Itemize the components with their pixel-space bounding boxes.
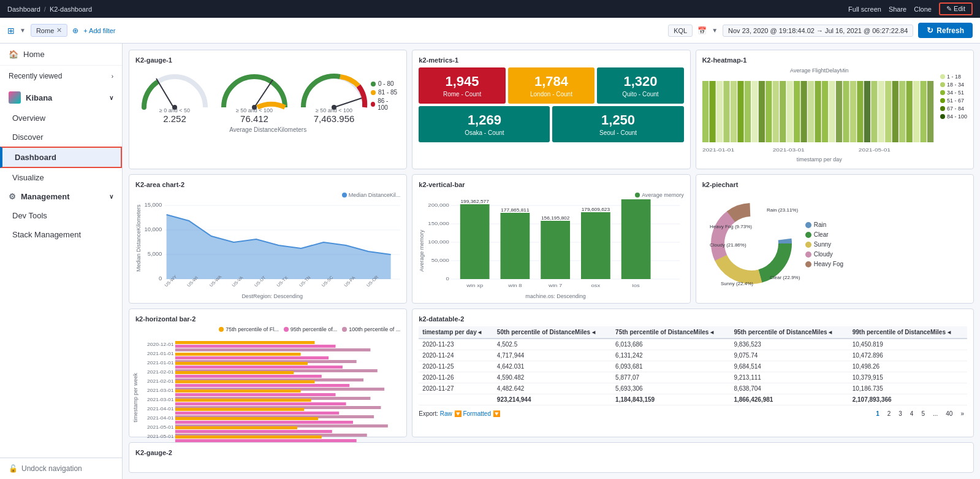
pie-legend-cloudy: Cloudy <box>805 251 843 258</box>
rome-filter-badge[interactable]: Rome ✕ <box>31 24 67 37</box>
filter-bar: ⊞ ▼ Rome ✕ ⊕ + Add filter KQL 📅 ▼ Nov 23… <box>0 18 980 44</box>
legend-label-1: 0 - 80 <box>378 80 394 87</box>
top-nav-actions: Full screen Share Clone ✎ Edit <box>848 2 973 15</box>
cell-p75-5: 5,693,306 <box>612 383 730 394</box>
svg-rect-122 <box>175 384 349 387</box>
cell-p50-4: 4,590.482 <box>493 372 612 383</box>
sidebar-item-discover[interactable]: Discover <box>0 128 122 147</box>
svg-rect-32 <box>885 81 891 142</box>
unlock-label: Undock navigation <box>21 464 82 473</box>
page-3[interactable]: 3 <box>895 409 905 418</box>
horizbar-dot-1 <box>219 327 224 332</box>
sidebar-item-visualize[interactable]: Visualize <box>0 168 122 187</box>
vertbar-legend: Average memory <box>427 192 683 198</box>
svg-text:2020-12-01: 2020-12-01 <box>147 342 174 347</box>
svg-rect-112 <box>175 353 301 356</box>
pie-dot-heavyfog <box>805 261 811 267</box>
pie-legend-heavyfog: Heavy Fog <box>805 261 843 267</box>
page-4[interactable]: 4 <box>907 409 917 418</box>
heatmap-chart-area: Average FlightDelayMin heatmap placehold… <box>702 67 936 163</box>
svg-rect-15 <box>765 81 772 142</box>
metric-london-label: London - Count <box>513 91 590 98</box>
management-label: Management <box>21 192 69 201</box>
remove-filter-icon[interactable]: ✕ <box>56 26 62 34</box>
col-header-3[interactable]: 75th percentile of DistanceMiles ◂ <box>612 326 730 339</box>
page-2[interactable]: 2 <box>884 409 894 418</box>
unlock-nav[interactable]: 🔓 Undock navigation <box>0 458 122 479</box>
col-header-1[interactable]: timestamp per day ◂ <box>419 326 493 339</box>
clone-link[interactable]: Clone <box>914 6 932 13</box>
gauge1-svg <box>138 67 211 110</box>
pie-legend-sunny: Sunny <box>805 241 843 248</box>
add-filter-button[interactable]: + Add filter <box>83 27 115 34</box>
svg-rect-70 <box>460 204 490 279</box>
svg-rect-127 <box>175 399 311 402</box>
col-header-5[interactable]: 99th percentile of DistanceMiles ◂ <box>849 326 967 339</box>
breadcrumb-separator: / <box>44 6 46 13</box>
breadcrumb-k2[interactable]: K2-dashboard <box>50 6 92 13</box>
kql-badge[interactable]: KQL <box>668 25 693 37</box>
cell-total-p75: 1,184,843,159 <box>612 394 730 405</box>
page-40[interactable]: 40 <box>943 409 955 418</box>
chevron-down-icon2[interactable]: ▼ <box>712 27 718 34</box>
fullscreen-link[interactable]: Full screen <box>848 6 881 13</box>
page-next[interactable]: » <box>957 409 967 418</box>
sidebar-home[interactable]: 🏠 Home <box>0 44 122 66</box>
refresh-button[interactable]: ↻ Refresh <box>918 23 973 38</box>
piechart-content: Heavy Fog (9.73%) Cloudy (21.86%) Rain (… <box>702 192 967 297</box>
svg-rect-72 <box>501 213 530 279</box>
areachart-title: K2-area chart-2 <box>135 181 400 188</box>
svg-text:10,000: 10,000 <box>145 226 162 232</box>
svg-rect-113 <box>175 356 329 359</box>
svg-rect-6 <box>702 81 708 142</box>
svg-text:Sunny (22.4%): Sunny (22.4%) <box>721 281 753 286</box>
svg-text:2021-05-01: 2021-05-01 <box>147 434 174 439</box>
pie-legend-rain: Rain <box>805 221 843 228</box>
chevron-down-icon[interactable]: ▼ <box>20 27 26 34</box>
sidebar-item-devtools[interactable]: Dev Tools <box>0 206 122 225</box>
gauge1-val3: 7,463.956 <box>297 113 371 124</box>
export-formatted[interactable]: Formatted <box>463 410 491 417</box>
date-range-picker[interactable]: Nov 23, 2020 @ 19:18:44.02 → Jul 16, 202… <box>723 25 913 37</box>
pie-dot-rain <box>805 222 811 228</box>
cell-p99-4: 10,379,915 <box>849 372 967 383</box>
datatable-panel: k2-datatable-2 timestamp per day ◂ 50th … <box>412 308 974 438</box>
svg-rect-8 <box>716 81 723 142</box>
kibana-group-header[interactable]: Kibana ∨ <box>0 86 122 109</box>
share-link[interactable]: Share <box>889 6 906 13</box>
page-1[interactable]: 1 <box>873 409 883 418</box>
vertbar-panel: k2-vertical-bar Average memory Average m… <box>412 174 690 304</box>
sidebar: 🏠 Home Recently viewed › Kibana ∨ Overvi… <box>0 44 123 479</box>
col-header-4[interactable]: 95th percentile of DistanceMiles ◂ <box>730 326 848 339</box>
sidebar-item-dashboard[interactable]: Dashboard <box>0 147 122 168</box>
svg-text:50,000: 50,000 <box>431 258 449 263</box>
edit-button[interactable]: ✎ Edit <box>939 2 973 15</box>
management-group-header[interactable]: ⚙ Management ∨ <box>0 187 122 206</box>
sidebar-item-stackmgmt[interactable]: Stack Management <box>0 225 122 244</box>
gauge1-title: K2-gauge-1 <box>135 56 400 64</box>
svg-rect-128 <box>175 402 346 405</box>
sidebar-item-overview[interactable]: Overview <box>0 109 122 128</box>
cell-p50-5: 4,482.642 <box>493 383 612 394</box>
page-5[interactable]: 5 <box>918 409 928 418</box>
svg-text:Clear (22.9%): Clear (22.9%) <box>770 275 800 280</box>
table-header-row: timestamp per day ◂ 50th percentile of D… <box>419 326 967 339</box>
svg-rect-27 <box>850 81 856 142</box>
svg-rect-28 <box>857 81 863 142</box>
svg-text:win 8: win 8 <box>508 283 522 288</box>
svg-text:Cloudy (21.86%): Cloudy (21.86%) <box>710 242 746 248</box>
gauge1-item1: ≥ 0 and < 50 2.252 <box>138 67 211 124</box>
vertbar-xlabel: machine.os: Descending <box>427 293 683 299</box>
add-filter-icon: ⊕ <box>72 26 78 35</box>
col-header-2[interactable]: 50th percentile of DistanceMiles ◂ <box>493 326 612 339</box>
breadcrumb-dashboard[interactable]: Dashboard <box>7 6 40 13</box>
heatmap-legend-3: 34 - 51 <box>940 90 967 96</box>
recently-viewed-section[interactable]: Recently viewed › <box>0 66 122 86</box>
metric-quito: 1,320 Quito - Count <box>597 67 683 104</box>
heatmap-legend-5: 67 - 84 <box>940 105 967 112</box>
chevron-down-icon4: ∨ <box>109 193 113 200</box>
export-raw[interactable]: Raw <box>440 410 452 417</box>
table-header: timestamp per day ◂ 50th percentile of D… <box>419 326 967 339</box>
pie-legend-clear: Clear <box>805 231 843 238</box>
metrics-title: k2-metrics-1 <box>419 56 683 64</box>
